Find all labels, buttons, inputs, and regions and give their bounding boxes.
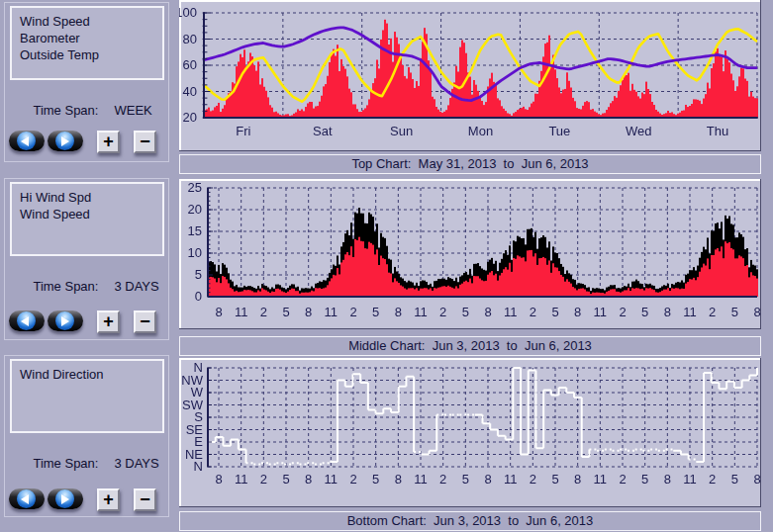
left-arrow-icon: [17, 489, 36, 508]
top-chart: [179, 0, 761, 151]
time-span-value: 3 DAYS: [114, 456, 158, 471]
top-chart-caption: Top Chart: May 31, 2013 to Jun 6, 2013: [179, 154, 761, 174]
middle-legend-box[interactable]: Hi Wind Spd Wind Speed: [10, 182, 164, 256]
zoom-out-button[interactable]: −: [134, 131, 156, 153]
bottom-chart-controls: + −: [8, 488, 164, 514]
middle-chart-caption: Middle Chart: Jun 3, 2013 to Jun 6, 2013: [179, 336, 761, 356]
scroll-forward-button[interactable]: [48, 310, 83, 331]
scroll-forward-button[interactable]: [48, 131, 83, 151]
time-span-label: Time Span:: [33, 279, 98, 294]
legend-item: Outside Temp: [20, 46, 162, 63]
scroll-back-button[interactable]: [9, 310, 45, 331]
time-span-row: Time Span:WEEK: [12, 88, 152, 133]
legend-item: Wind Direction: [20, 366, 162, 383]
bottom-legend-box[interactable]: Wind Direction: [10, 359, 164, 433]
zoom-out-button[interactable]: −: [134, 488, 156, 511]
legend-item: Hi Wind Spd: [20, 189, 162, 206]
weather-app-window: Wind Speed Barometer Outside Temp Time S…: [0, 0, 773, 532]
legend-item: Wind Speed: [20, 206, 162, 222]
top-chart-controls: + −: [8, 131, 164, 156]
time-span-value: 3 DAYS: [114, 279, 158, 294]
time-span-row: Time Span:3 DAYS: [12, 264, 159, 309]
bottom-chart: [179, 358, 761, 507]
zoom-in-button[interactable]: +: [97, 131, 120, 153]
top-controls-panel: Wind Speed Barometer Outside Temp Time S…: [4, 2, 169, 162]
middle-chart-controls: + −: [8, 310, 164, 336]
bottom-controls-panel: Wind Direction Time Span:3 DAYS + −: [4, 355, 169, 517]
scroll-forward-button[interactable]: [48, 488, 83, 509]
right-arrow-icon: [55, 489, 74, 508]
right-arrow-icon: [55, 132, 74, 150]
left-arrow-icon: [17, 311, 36, 330]
middle-chart: [179, 179, 761, 329]
scroll-back-button[interactable]: [9, 131, 45, 151]
legend-item: Barometer: [20, 30, 162, 46]
bottom-chart-caption: Bottom Chart: Jun 3, 2013 to Jun 6, 2013: [179, 511, 761, 531]
time-span-row: Time Span:3 DAYS: [12, 441, 159, 486]
top-legend-box[interactable]: Wind Speed Barometer Outside Temp: [10, 6, 164, 80]
zoom-out-button[interactable]: −: [134, 310, 156, 333]
zoom-in-button[interactable]: +: [97, 488, 120, 511]
time-span-value: WEEK: [114, 103, 151, 118]
time-span-label: Time Span:: [33, 456, 98, 471]
legend-item: Wind Speed: [20, 13, 162, 30]
scroll-back-button[interactable]: [9, 488, 45, 509]
time-span-label: Time Span:: [33, 103, 98, 118]
middle-controls-panel: Hi Wind Spd Wind Speed Time Span:3 DAYS …: [4, 178, 169, 340]
left-arrow-icon: [17, 132, 36, 150]
right-arrow-icon: [55, 311, 74, 330]
zoom-in-button[interactable]: +: [97, 310, 120, 333]
